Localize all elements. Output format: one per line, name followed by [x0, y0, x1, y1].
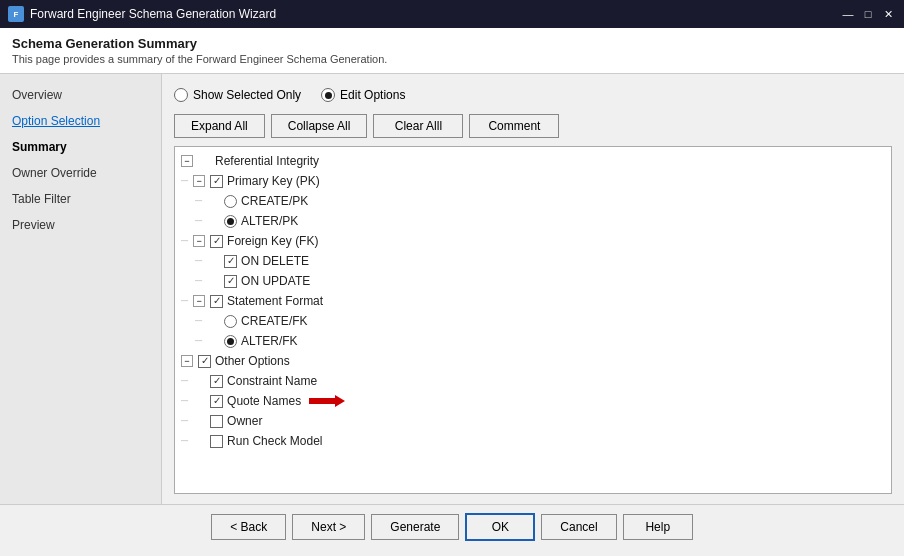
tree-node[interactable]: ─ −✓Primary Key (PK)	[175, 171, 891, 191]
maximize-button[interactable]: □	[860, 7, 876, 21]
svg-marker-2	[309, 395, 345, 407]
page-subtitle: This page provides a summary of the Forw…	[12, 53, 892, 65]
tree-node[interactable]: ─ ✓ON UPDATE	[175, 271, 891, 291]
window-controls: — □ ✕	[840, 7, 896, 21]
tree-node-label: Run Check Model	[227, 432, 322, 450]
tree-node-label: CREATE/PK	[241, 192, 308, 210]
tree-node[interactable]: ─ CREATE/PK	[175, 191, 891, 211]
tree-node[interactable]: −Referential Integrity	[175, 151, 891, 171]
tree-checkbox[interactable]	[210, 435, 223, 448]
tree-expand-toggle[interactable]: −	[181, 355, 193, 367]
tree-panel[interactable]: −Referential Integrity─ −✓Primary Key (P…	[174, 146, 892, 494]
tree-radio[interactable]	[224, 315, 237, 328]
sidebar-item-table-filter[interactable]: Table Filter	[0, 186, 161, 212]
tree-checkbox[interactable]: ✓	[210, 375, 223, 388]
tree-node-label: Statement Format	[227, 292, 323, 310]
tree-node-label: Foreign Key (FK)	[227, 232, 318, 250]
bottom-bar: < Back Next > Generate OK Cancel Help	[0, 504, 904, 548]
next-button[interactable]: Next >	[292, 514, 365, 540]
header: Schema Generation Summary This page prov…	[0, 28, 904, 74]
app-icon: F	[8, 6, 24, 22]
tree-node-label: ON UPDATE	[241, 272, 310, 290]
generate-button[interactable]: Generate	[371, 514, 459, 540]
clear-all-button[interactable]: Clear Alll	[373, 114, 463, 138]
tree-checkbox[interactable]	[210, 415, 223, 428]
tree-node[interactable]: ─ ✓Constraint Name	[175, 371, 891, 391]
comment-button[interactable]: Comment	[469, 114, 559, 138]
tree-node-label: Primary Key (PK)	[227, 172, 320, 190]
tree-checkbox[interactable]: ✓	[210, 175, 223, 188]
tree-node[interactable]: ─ ALTER/PK	[175, 211, 891, 231]
tree-node-label: ON DELETE	[241, 252, 309, 270]
title-bar: F Forward Engineer Schema Generation Wiz…	[0, 0, 904, 28]
minimize-button[interactable]: —	[840, 7, 856, 21]
tree-checkbox[interactable]: ✓	[224, 255, 237, 268]
edit-options-option[interactable]: Edit Options	[321, 88, 405, 102]
tree-checkbox[interactable]: ✓	[210, 235, 223, 248]
collapse-all-button[interactable]: Collapse All	[271, 114, 368, 138]
tree-node-label: CREATE/FK	[241, 312, 307, 330]
right-panel: Show Selected Only Edit Options Expand A…	[162, 74, 904, 504]
tree-node-label: Referential Integrity	[215, 152, 319, 170]
tree-checkbox[interactable]: ✓	[198, 355, 211, 368]
tree-checkbox[interactable]: ✓	[210, 395, 223, 408]
show-selected-only-label: Show Selected Only	[193, 88, 301, 102]
tree-node[interactable]: ─ Run Check Model	[175, 431, 891, 451]
tree-node[interactable]: ─ Owner	[175, 411, 891, 431]
tree-checkbox[interactable]: ✓	[224, 275, 237, 288]
tree-radio[interactable]	[224, 195, 237, 208]
sidebar-item-owner-override[interactable]: Owner Override	[0, 160, 161, 186]
tree-node-label: Other Options	[215, 352, 290, 370]
action-buttons-row: Expand All Collapse All Clear Alll Comme…	[174, 114, 892, 138]
tree-node-label: Owner	[227, 412, 262, 430]
tree-checkbox[interactable]: ✓	[210, 295, 223, 308]
tree-radio[interactable]	[224, 215, 237, 228]
edit-options-radio[interactable]	[321, 88, 335, 102]
tree-node[interactable]: ─ −✓Statement Format	[175, 291, 891, 311]
tree-node[interactable]: −✓Other Options	[175, 351, 891, 371]
tree-node-label: ALTER/FK	[241, 332, 297, 350]
arrow-indicator	[309, 394, 345, 408]
tree-expand-toggle[interactable]: −	[193, 295, 205, 307]
sidebar: Overview Option Selection Summary Owner …	[0, 74, 162, 504]
back-button[interactable]: < Back	[211, 514, 286, 540]
tree-expand-toggle[interactable]: −	[193, 235, 205, 247]
ok-button[interactable]: OK	[465, 513, 535, 541]
tree-radio[interactable]	[224, 335, 237, 348]
tree-node[interactable]: ─ ALTER/FK	[175, 331, 891, 351]
sidebar-item-overview[interactable]: Overview	[0, 82, 161, 108]
tree-node-label: Quote Names	[227, 392, 301, 410]
show-selected-only-radio[interactable]	[174, 88, 188, 102]
sidebar-item-option-selection[interactable]: Option Selection	[0, 108, 161, 134]
tree-node-label: Constraint Name	[227, 372, 317, 390]
tree-node[interactable]: ─ ✓Quote Names	[175, 391, 891, 411]
main-content: Overview Option Selection Summary Owner …	[0, 74, 904, 504]
tree-node-label: ALTER/PK	[241, 212, 298, 230]
tree-expand-toggle[interactable]: −	[193, 175, 205, 187]
close-button[interactable]: ✕	[880, 7, 896, 21]
svg-text:F: F	[14, 10, 19, 19]
tree-node[interactable]: ─ −✓Foreign Key (FK)	[175, 231, 891, 251]
cancel-button[interactable]: Cancel	[541, 514, 616, 540]
window-title: Forward Engineer Schema Generation Wizar…	[30, 7, 834, 21]
edit-options-label: Edit Options	[340, 88, 405, 102]
tree-node[interactable]: ─ CREATE/FK	[175, 311, 891, 331]
sidebar-item-summary[interactable]: Summary	[0, 134, 161, 160]
tree-node[interactable]: ─ ✓ON DELETE	[175, 251, 891, 271]
show-selected-only-option[interactable]: Show Selected Only	[174, 88, 301, 102]
expand-all-button[interactable]: Expand All	[174, 114, 265, 138]
help-button[interactable]: Help	[623, 514, 693, 540]
tree-expand-toggle[interactable]: −	[181, 155, 193, 167]
page-title: Schema Generation Summary	[12, 36, 892, 51]
sidebar-item-preview[interactable]: Preview	[0, 212, 161, 238]
radio-options-row: Show Selected Only Edit Options	[174, 84, 892, 106]
